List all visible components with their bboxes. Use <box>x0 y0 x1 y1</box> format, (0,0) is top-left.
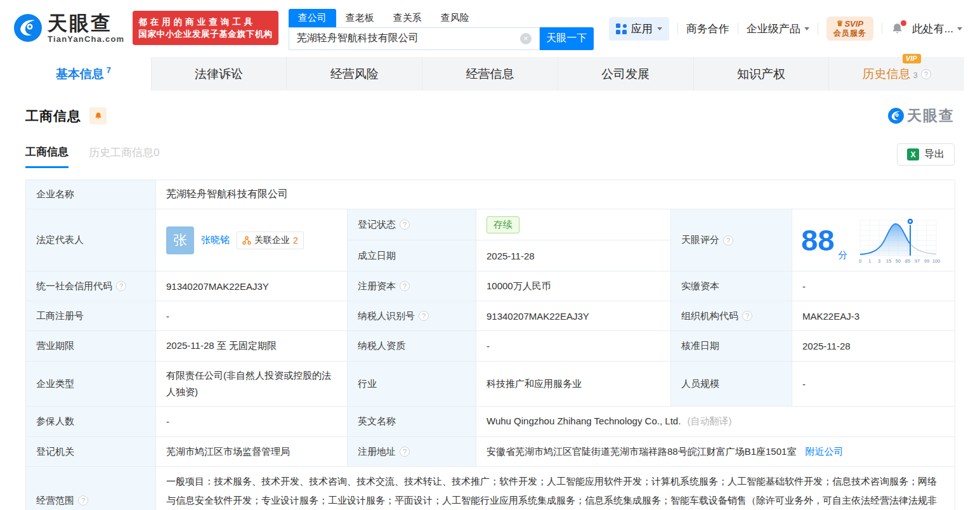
divider <box>882 23 882 34</box>
search-tabs: 查公司 查老板 查关系 查风险 <box>289 9 594 27</box>
export-label: 导出 <box>924 148 944 161</box>
search-tab-risk[interactable]: 查风险 <box>431 9 479 27</box>
business-scope-label: 经营范围? <box>26 467 156 510</box>
apps-menu[interactable]: 应用 <box>609 17 669 41</box>
section-title: 工商信息 <box>25 107 81 125</box>
business-scope-value: 一般项目：技术服务、技术开发、技术咨询、技术交流、技术转让、技术推广；软件开发；… <box>156 467 955 510</box>
svg-text:85: 85 <box>905 258 910 264</box>
tab-intellectual-property[interactable]: 知识产权 <box>694 57 830 91</box>
auto-translate-note: (自动翻译) <box>688 415 732 426</box>
approval-date-value: 2025-11-28 <box>792 331 955 362</box>
score-cell: 88 分 <box>792 209 955 271</box>
reg-number-value: - <box>156 301 348 331</box>
question-icon[interactable]: ? <box>400 281 410 291</box>
tab-basic-info[interactable]: 基本信息 7 <box>16 57 152 91</box>
question-icon[interactable]: ? <box>742 311 752 321</box>
reg-authority-label: 登记机关 <box>26 437 156 467</box>
bell-icon <box>94 112 103 121</box>
tab-basic-info-count: 7 <box>107 65 111 75</box>
tab-legal-litigation[interactable]: 法律诉讼 <box>152 57 287 91</box>
nearby-companies-link[interactable]: 附近公司 <box>806 446 844 457</box>
table-row: 工商注册号 - 纳税人识别号? 91340207MAK22EAJ3Y 组织机构代… <box>26 301 955 331</box>
search-tab-boss[interactable]: 查老板 <box>336 9 384 27</box>
company-info-table: 企业名称 芜湖轻舟智航科技有限公司 法定代表人 张 张晓铭 关联企 <box>25 180 955 510</box>
address-label: 注册地址? <box>348 437 476 467</box>
svg-text:99: 99 <box>924 258 929 264</box>
score-label: 天眼评分? <box>671 209 792 271</box>
divider <box>738 23 738 34</box>
search-input[interactable] <box>289 27 540 50</box>
enterprise-products-label: 企业级产品 <box>747 22 800 36</box>
svip-service-label: 会员服务 <box>833 29 866 38</box>
score-distribution-chart: 0 1 3 15 50 85 97 99 100 <box>855 215 944 266</box>
org-code-value: MAK22EAJ-3 <box>792 301 955 331</box>
watermark-logo: 天眼查 <box>888 106 955 126</box>
search-button[interactable]: 天眼一下 <box>540 27 594 50</box>
tianyancha-logo[interactable]: 天眼查 TianYanCha.com <box>14 13 124 43</box>
brand-name: 天眼查 <box>48 13 124 33</box>
question-icon[interactable]: ? <box>921 69 931 79</box>
question-icon[interactable]: ? <box>419 311 429 321</box>
svg-text:15: 15 <box>886 258 891 264</box>
crown-icon: ♛ <box>837 19 844 29</box>
question-icon[interactable]: ? <box>400 447 410 457</box>
related-companies-icon <box>242 236 251 245</box>
notification-bell[interactable] <box>891 22 904 36</box>
tab-company-development-label: 公司发展 <box>601 66 650 82</box>
score-unit: 分 <box>838 249 847 261</box>
search-clear-icon[interactable]: × <box>520 33 532 44</box>
header-right-nav: 应用 商务合作 企业级产品 ♛SVIP 会员服务 此处有... <box>609 16 962 41</box>
apps-label: 应用 <box>631 22 653 36</box>
business-term-label: 营业期限 <box>26 331 156 362</box>
approval-date-label: 核准日期 <box>671 331 792 362</box>
company-type-value: 有限责任公司(非自然人投资或控股的法人独资) <box>156 362 348 407</box>
question-icon[interactable]: ? <box>400 219 410 230</box>
reg-capital-value: 10000万人民币 <box>476 271 671 301</box>
nav-enterprise-products[interactable]: 企业级产品 <box>747 22 809 36</box>
subscribe-bell-button[interactable] <box>89 107 107 124</box>
staff-size-value: - <box>792 362 955 407</box>
caret-down-icon <box>804 27 809 33</box>
related-companies-badge[interactable]: 关联企业 2 <box>237 232 304 249</box>
est-date-value: 2025-11-28 <box>476 240 671 271</box>
related-companies-count: 2 <box>293 235 298 245</box>
tab-operating-risk[interactable]: 经营风险 <box>287 57 422 91</box>
svip-member-badge[interactable]: ♛SVIP 会员服务 <box>826 16 873 41</box>
search-tab-company[interactable]: 查公司 <box>289 9 336 27</box>
address-cell: 安徽省芜湖市鸠江区官陡街道芜湖市瑞祥路88号皖江财富广场B1座1501室 附近公… <box>476 437 955 467</box>
legal-rep-link[interactable]: 张晓铭 <box>201 234 230 246</box>
table-row: 企业类型 有限责任公司(非自然人投资或控股的法人独资) 行业 科技推广和应用服务… <box>26 362 955 407</box>
table-row: 经营范围? 一般项目：技术服务、技术开发、技术咨询、技术交流、技术转让、技术推广… <box>26 467 955 510</box>
svip-label: SVIP <box>844 19 863 29</box>
nav-business-cooperation[interactable]: 商务合作 <box>686 22 729 36</box>
english-name-label: 英文名称 <box>348 407 476 437</box>
nav-more-menu[interactable]: 此处有... <box>912 22 962 36</box>
subtab-history-registration[interactable]: 历史工商信息0 <box>89 145 159 168</box>
taxpayer-quality-value: - <box>476 331 671 362</box>
reg-status-label: 登记状态? <box>348 209 476 240</box>
question-icon[interactable]: ? <box>78 495 88 506</box>
promo-line-1: 都在用的商业查询工具 <box>138 16 273 28</box>
tab-company-development[interactable]: 公司发展 <box>558 57 694 91</box>
english-name-cell: Wuhu Qingzhou Zhihang Technology Co., Lt… <box>476 407 955 437</box>
main-content: 工商信息 天眼查 工商信息 历史工商信息0 X 导出 <box>0 106 980 510</box>
english-name-value: Wuhu Qingzhou Zhihang Technology Co., Lt… <box>487 415 681 426</box>
export-button[interactable]: X 导出 <box>897 143 955 166</box>
tab-legal-litigation-label: 法律诉讼 <box>195 66 243 82</box>
tab-business-info-label: 经营信息 <box>466 66 514 82</box>
question-icon[interactable]: ? <box>116 281 126 291</box>
tab-history-info[interactable]: 历史信息 VIP 3 ? <box>829 57 964 91</box>
legal-rep-avatar[interactable]: 张 <box>166 226 194 254</box>
subtab-business-registration[interactable]: 工商信息 <box>25 145 69 168</box>
tab-operating-risk-label: 经营风险 <box>330 66 379 82</box>
industry-label: 行业 <box>348 362 476 407</box>
table-row: 营业期限 2025-11-28 至 无固定期限 纳税人资质 - 核准日期 202… <box>26 331 955 362</box>
vip-badge: VIP <box>903 54 921 63</box>
score-value: 88 <box>801 225 834 255</box>
svg-text:97: 97 <box>915 258 920 264</box>
svg-text:100: 100 <box>932 258 941 264</box>
tab-business-info[interactable]: 经营信息 <box>422 57 558 91</box>
search-tab-relation[interactable]: 查关系 <box>384 9 431 27</box>
app-grid-icon <box>616 23 627 34</box>
question-icon[interactable]: ? <box>723 235 733 245</box>
